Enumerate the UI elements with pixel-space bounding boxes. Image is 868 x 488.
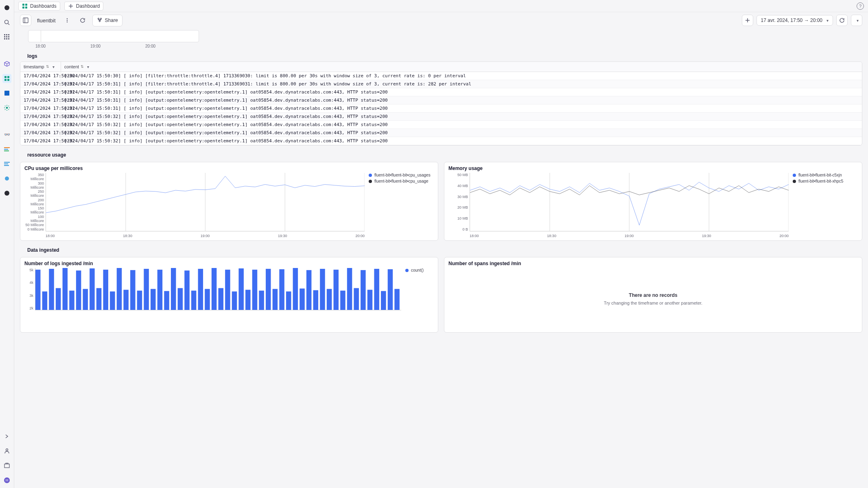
log-row[interactable]: 17/04/2024 17:50:32 [2024/04/17 15:50:32…: [20, 129, 862, 137]
svg-rect-80: [252, 270, 257, 310]
new-dashboard-button[interactable]: Dashboard: [64, 2, 104, 11]
new-dashboard-label: Dashboard: [76, 3, 100, 9]
logs-table: timestamp ⇅ ▾ content ⇅ ▾ 17/04/2024 17:…: [20, 61, 862, 146]
svg-rect-18: [4, 149, 8, 150]
log-content: [2024/04/17 15:50:32] [ info] [output:op…: [61, 129, 862, 137]
nav-mini2-icon[interactable]: [2, 145, 11, 154]
svg-point-39: [99, 20, 100, 22]
nav-mini4-icon[interactable]: [2, 174, 11, 183]
memory-chart-card: Memory usage 50 MB40 MB30 MB20 MB10 MB0 …: [444, 162, 862, 241]
svg-point-36: [66, 22, 67, 22]
svg-rect-4: [8, 34, 9, 35]
svg-rect-89: [313, 290, 318, 310]
log-row[interactable]: 17/04/2024 17:50:30 [2024/04/17 15:50:30…: [20, 72, 862, 80]
svg-rect-78: [238, 268, 243, 310]
svg-rect-101: [394, 289, 399, 310]
svg-rect-99: [381, 291, 386, 310]
svg-rect-97: [367, 290, 372, 310]
log-row[interactable]: 17/04/2024 17:50:32 [2024/04/17 15:50:32…: [20, 137, 862, 145]
nav-grid-icon[interactable]: [2, 89, 11, 98]
section-logs-header: logs: [20, 51, 862, 61]
svg-rect-74: [212, 268, 216, 310]
memory-chart-plot[interactable]: 50 MB40 MB30 MB20 MB10 MB0 B 18:0018:301…: [448, 173, 789, 238]
nav-dashboards-icon[interactable]: [2, 74, 11, 83]
svg-rect-79: [245, 290, 250, 310]
svg-rect-54: [76, 270, 81, 310]
logs-per-min-card: Number of logs ingested /min 5k4k3k2k co…: [20, 257, 438, 333]
svg-rect-48: [35, 270, 40, 310]
logs-col-timestamp[interactable]: timestamp ⇅ ▾: [20, 62, 61, 72]
logs-per-min-plot[interactable]: 5k4k3k2k: [24, 268, 401, 317]
more-menu-button[interactable]: [61, 15, 73, 26]
nav-expand-icon[interactable]: [2, 432, 11, 441]
nav-profile-icon[interactable]: [2, 447, 11, 455]
log-content: [2024/04/17 15:50:32] [ info] [output:op…: [61, 113, 862, 120]
nav-box-icon[interactable]: [2, 59, 11, 68]
svg-rect-96: [361, 270, 365, 310]
svg-rect-92: [334, 270, 339, 310]
svg-rect-22: [4, 165, 9, 166]
sort-icon: ⇅: [46, 65, 49, 69]
log-content: [2024/04/17 15:50:31] [ info] [output:op…: [61, 88, 862, 96]
log-timestamp: 17/04/2024 17:50:31: [20, 80, 61, 88]
logs-col-content[interactable]: content ⇅ ▾: [61, 62, 862, 72]
nav-apps-icon[interactable]: [2, 33, 11, 41]
svg-point-0: [4, 5, 9, 10]
svg-rect-93: [340, 291, 345, 310]
log-timestamp: 17/04/2024 17:50:31: [20, 96, 61, 104]
breadcrumb-dashboards[interactable]: Dashboards: [18, 2, 60, 11]
dashboard-title: fluentbit: [35, 17, 57, 24]
nav-gear-icon[interactable]: [2, 103, 11, 112]
svg-rect-7: [8, 36, 9, 37]
nav-mini3-icon[interactable]: [2, 159, 11, 168]
log-row[interactable]: 17/04/2024 17:50:32 [2024/04/17 15:50:32…: [20, 121, 862, 129]
logs-per-min-title: Number of logs ingested /min: [24, 261, 434, 266]
nav-home-icon[interactable]: [2, 3, 11, 12]
svg-rect-10: [8, 38, 9, 39]
share-button[interactable]: Share: [92, 15, 122, 26]
nav-org-icon[interactable]: [2, 461, 11, 470]
svg-rect-84: [279, 269, 284, 310]
refresh-interval-button[interactable]: ▾: [851, 15, 862, 26]
memory-chart-title: Memory usage: [448, 166, 858, 171]
cpu-chart-plot[interactable]: 350 Millicore300 Millicore250 Millicore2…: [24, 173, 365, 238]
svg-rect-68: [171, 268, 176, 310]
svg-rect-50: [49, 269, 54, 310]
log-row[interactable]: 17/04/2024 17:50:31 [2024/04/17 15:50:31…: [20, 96, 862, 105]
svg-rect-73: [205, 289, 210, 310]
svg-rect-49: [42, 292, 47, 310]
timerange-picker[interactable]: 17 avr. 2024, 17:50 → 20:00 ▾: [756, 15, 833, 26]
svg-point-34: [66, 18, 67, 19]
svg-rect-70: [184, 270, 189, 310]
svg-rect-51: [56, 288, 61, 310]
svg-point-24: [4, 191, 9, 196]
svg-point-25: [6, 449, 8, 451]
nav-mini1-icon[interactable]: 👓: [2, 130, 11, 139]
log-content: [2024/04/17 15:50:30] [ info] [filter:th…: [61, 72, 862, 80]
nav-mini5-icon[interactable]: [2, 189, 11, 198]
share-label: Share: [105, 17, 118, 23]
chevron-down-icon: ▾: [826, 18, 829, 23]
log-row[interactable]: 17/04/2024 17:50:32 [2024/04/17 15:50:32…: [20, 113, 862, 121]
refresh-button[interactable]: [836, 15, 848, 26]
svg-rect-58: [103, 270, 108, 310]
log-row[interactable]: 17/04/2024 17:50:31 [2024/04/17 15:50:31…: [20, 88, 862, 96]
log-row[interactable]: 17/04/2024 17:50:31 [2024/04/17 15:50:31…: [20, 80, 862, 88]
nav-bottom-icon[interactable]: H: [2, 476, 11, 485]
svg-rect-100: [388, 269, 393, 310]
empty-title: There are no records: [453, 292, 854, 298]
toggle-sidebar-button[interactable]: [20, 15, 31, 26]
help-icon[interactable]: ?: [857, 2, 864, 10]
svg-rect-94: [347, 268, 352, 310]
svg-point-35: [66, 20, 67, 21]
spans-per-min-card: Number of spans ingested /min There are …: [444, 257, 862, 333]
log-row[interactable]: 17/04/2024 17:50:31 [2024/04/17 15:50:31…: [20, 105, 862, 113]
log-timestamp: 17/04/2024 17:50:31: [20, 88, 61, 96]
svg-point-1: [5, 20, 9, 24]
refresh-dash-button[interactable]: [77, 15, 88, 26]
log-timestamp: 17/04/2024 17:50:31: [20, 105, 61, 112]
svg-rect-9: [6, 38, 7, 39]
nav-search-icon[interactable]: [2, 18, 11, 27]
add-panel-button[interactable]: [742, 15, 753, 26]
log-content: [2024/04/17 15:50:32] [ info] [output:op…: [61, 137, 862, 145]
